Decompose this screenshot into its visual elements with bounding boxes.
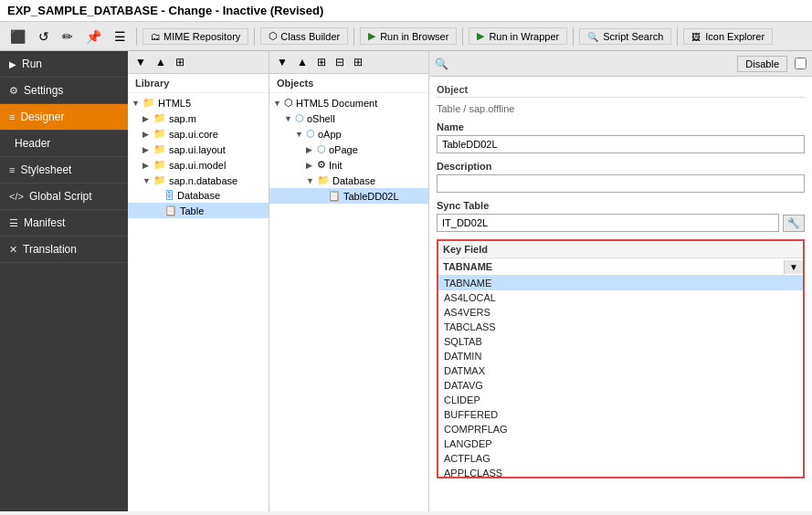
dropdown-item-datmin[interactable]: DATMIN	[438, 349, 803, 363]
class-builder-button[interactable]: ⬡ Class Builder	[260, 27, 348, 45]
toolbar-icon-4[interactable]: 📌	[81, 26, 106, 47]
objects-panel: ▼ ▲ ⊞ ⊟ ⊞ Objects ▼ ⬡ HTML5 Document ▼ ⬡…	[269, 51, 429, 511]
obj-btn-4[interactable]: ⊟	[332, 54, 348, 70]
dropdown-item-datmax[interactable]: DATMAX	[438, 363, 803, 378]
obj-btn-5[interactable]: ⊞	[350, 54, 366, 70]
dropdown-item-as4local[interactable]: AS4LOCAL	[438, 290, 803, 305]
dropdown-item-buffered[interactable]: BUFFERED	[438, 407, 803, 422]
title-bar: EXP_SAMPLE_DATABASE - Change - Inactive …	[0, 0, 812, 22]
objects-header: Objects	[269, 74, 428, 93]
nav-settings[interactable]: ⚙ Settings	[0, 78, 128, 104]
play-icon-2	[477, 30, 486, 42]
dropdown-item-actflag[interactable]: ACTFLAG	[438, 451, 803, 466]
nav-stylesheet[interactable]: ≡ Stylesheet	[0, 157, 128, 184]
props-toolbar-icon: 🔍	[435, 58, 448, 70]
dropdown-item-sqltab[interactable]: SQLTAB	[438, 334, 803, 349]
dropdown-item-tabclass[interactable]: TABCLASS	[438, 320, 803, 334]
script-search-button[interactable]: Script Search	[579, 28, 671, 45]
stylesheet-icon: ≡	[9, 164, 15, 175]
obj-database-label: Database	[332, 175, 375, 186]
disable-button[interactable]: Disable	[737, 56, 787, 72]
obj-database[interactable]: ▼ 📁 Database	[269, 173, 428, 188]
dropdown-item-applclass[interactable]: APPLCLASS	[438, 466, 803, 477]
class-icon: ⬡	[269, 30, 278, 42]
lib-table[interactable]: 📋 Table	[128, 203, 269, 218]
arrow-sap-ui-layout: ▶	[142, 145, 153, 154]
name-input[interactable]	[437, 135, 805, 153]
settings-icon: ⚙	[9, 85, 18, 97]
lib-btn-1[interactable]: ▼	[132, 54, 150, 70]
dropdown-item-as4vers[interactable]: AS4VERS	[438, 305, 803, 320]
lib-sap-ui-layout[interactable]: ▶ 📁 sap.ui.layout	[128, 142, 269, 157]
nav-settings-label: Settings	[24, 84, 63, 97]
nav-designer[interactable]: ≡ Designer	[0, 104, 128, 131]
disable-checkbox[interactable]	[795, 58, 807, 69]
nav-global-script[interactable]: </> Global Script	[0, 184, 128, 210]
dropdown-item-langdep[interactable]: LANGDEP	[438, 436, 803, 451]
obj-oshell[interactable]: ▼ ⬡ oShell	[269, 110, 428, 126]
obj-init-label: Init	[329, 160, 343, 171]
toolbar-icon-3[interactable]: ✏	[58, 26, 78, 47]
lib-btn-2[interactable]: ▲	[152, 54, 170, 70]
sep-6	[677, 27, 678, 46]
toolbar-icon-2[interactable]: ↺	[34, 26, 54, 47]
lib-sap-n-database[interactable]: ▼ 📁 sap.n.database	[128, 173, 269, 188]
dropdown-item-comprflag[interactable]: COMPRFLAG	[438, 422, 803, 436]
object-subtitle: Table / sap.offline	[437, 103, 805, 114]
nav-translation[interactable]: ✕ Translation	[0, 236, 128, 263]
description-input[interactable]	[437, 174, 805, 193]
properties-panel: 🔍 Disable Object Table / sap.offline Nam…	[429, 51, 812, 511]
library-tree: ▼ 📁 HTML5 ▶ 📁 sap.m ▶ 📁 sap.ui.core ▶ 📁 …	[128, 93, 269, 511]
window-title: EXP_SAMPLE_DATABASE - Change - Inactive …	[7, 4, 323, 17]
nav-arrow-run: ▶	[9, 59, 16, 69]
lib-sap-m[interactable]: ▶ 📁 sap.m	[128, 110, 269, 126]
dropdown-item-clidep[interactable]: CLIDEP	[438, 393, 803, 407]
obj-init[interactable]: ▶ ⚙ Init	[269, 157, 428, 173]
lib-database[interactable]: 🗄 Database	[128, 188, 269, 203]
obj-tabledd02l[interactable]: 📋 TableDD02L	[269, 188, 428, 204]
dropdown-item-tabname[interactable]: TABNAME	[438, 276, 803, 290]
lib-sap-ui-model[interactable]: ▶ 📁 sap.ui.model	[128, 157, 269, 173]
disable-label: Disable	[745, 58, 779, 69]
obj-btn-1[interactable]: ▼	[273, 54, 291, 70]
objects-toolbar: ▼ ▲ ⊞ ⊟ ⊞	[269, 51, 428, 74]
nav-global-script-label: Global Script	[29, 190, 92, 203]
nav-header[interactable]: Header	[0, 131, 128, 157]
folder-sap-n-database: 📁	[153, 174, 166, 186]
key-field-dropdown-btn[interactable]: ▼	[784, 260, 803, 274]
search-icon	[587, 31, 600, 42]
dropdown-item-datavg[interactable]: DATAVG	[438, 378, 803, 393]
lib-btn-3[interactable]: ⊞	[172, 54, 188, 70]
obj-opage[interactable]: ▶ ⬡ oPage	[269, 142, 428, 157]
file-database: 🗄	[164, 190, 174, 201]
icon-init: ⚙	[317, 159, 326, 171]
key-field-select[interactable]: TABNAME ▼	[438, 258, 803, 276]
toolbar-icon-5[interactable]: ☰	[110, 26, 131, 47]
obj-btn-3[interactable]: ⊞	[313, 54, 330, 70]
lib-database-label: Database	[177, 190, 220, 201]
mime-repository-button[interactable]: 🗂 MIME Repository	[142, 28, 248, 45]
lib-sap-n-database-label: sap.n.database	[169, 175, 237, 186]
icon-oapp: ⬡	[306, 128, 315, 140]
run-wrapper-button[interactable]: Run in Wrapper	[469, 27, 567, 45]
obj-html5-doc[interactable]: ▼ ⬡ HTML5 Document	[269, 95, 428, 110]
sync-table-browse-btn[interactable]: 🔧	[783, 215, 805, 232]
obj-btn-2[interactable]: ▲	[293, 54, 311, 70]
nav-run-label: Run	[22, 58, 42, 70]
lib-sap-ui-layout-label: sap.ui.layout	[169, 144, 226, 155]
icon-obj-database: 📁	[317, 174, 330, 186]
obj-oapp[interactable]: ▼ ⬡ oApp	[269, 126, 428, 142]
sync-table-input[interactable]	[437, 214, 779, 232]
key-field-dropdown-list[interactable]: TABNAME AS4LOCAL AS4VERS TABCLASS SQLTAB…	[438, 276, 803, 477]
icon-tabledd02l: 📋	[328, 190, 341, 202]
toolbar-icon-1[interactable]: ⬛	[5, 26, 30, 47]
play-icon-1	[368, 30, 377, 42]
run-browser-button[interactable]: Run in Browser	[360, 27, 457, 45]
nav-manifest[interactable]: ☰ Manifest	[0, 210, 128, 236]
lib-html5[interactable]: ▼ 📁 HTML5	[128, 95, 269, 110]
icon-explorer-button[interactable]: Icon Explorer	[683, 28, 773, 45]
nav-run[interactable]: ▶ Run	[0, 51, 128, 78]
lib-sap-ui-core[interactable]: ▶ 📁 sap.ui.core	[128, 126, 269, 142]
object-section-title: Object	[437, 84, 805, 98]
sync-table-row: 🔧	[437, 214, 805, 232]
